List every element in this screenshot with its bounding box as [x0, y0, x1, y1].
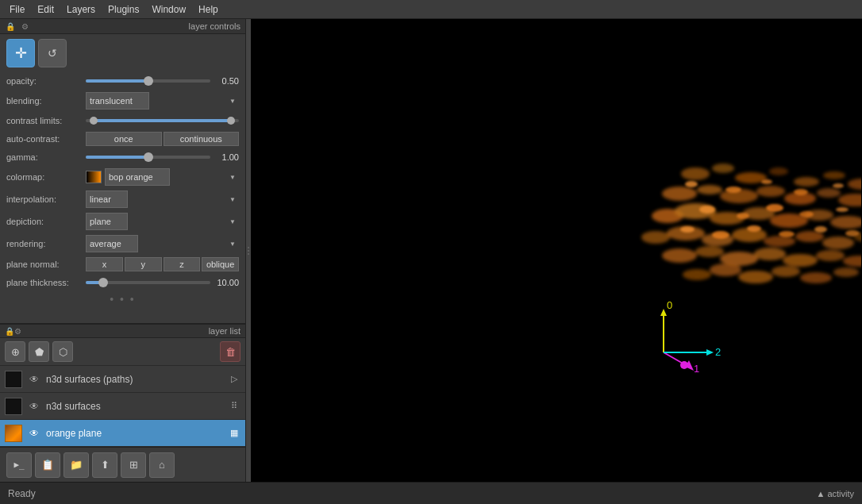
layer-list-title: layer list — [21, 326, 241, 336]
svg-point-56 — [737, 213, 749, 219]
gamma-value: 1.00 — [210, 152, 239, 162]
menu-plugins[interactable]: Plugins — [102, 2, 145, 17]
auto-contrast-once-button[interactable]: once — [86, 132, 162, 146]
svg-point-3 — [769, 167, 788, 175]
points-icon: ⊕ — [11, 346, 20, 358]
svg-point-45 — [738, 271, 773, 283]
colormap-select[interactable]: bop orange — [105, 168, 170, 186]
opacity-slider[interactable] — [86, 75, 210, 87]
svg-point-57 — [766, 204, 783, 212]
canvas-area[interactable]: 0 1 2 — [251, 19, 862, 482]
plane-thickness-slider[interactable] — [86, 277, 210, 288]
move-icon: ✛ — [15, 44, 27, 62]
grid-button[interactable]: ⊞ — [121, 452, 146, 478]
activity-button[interactable]: ▲ activity — [816, 489, 854, 498]
menubar: File Edit Layers Plugins Window Help — [0, 0, 862, 19]
blending-row: blending: translucent — [0, 90, 245, 112]
layer-list-lock-icon[interactable]: 🔒 — [5, 327, 14, 336]
home-button[interactable]: ⌂ — [149, 452, 175, 478]
menu-window[interactable]: Window — [145, 2, 192, 17]
menu-help[interactable]: Help — [192, 2, 225, 17]
svg-point-64 — [779, 231, 795, 237]
gamma-slider[interactable] — [86, 152, 210, 163]
plane-normal-buttons: x y z oblique — [86, 257, 239, 271]
plane-thickness-row: plane thickness: 10.00 — [0, 274, 245, 291]
terminal-button[interactable]: ▶_ — [6, 452, 32, 478]
blending-select-wrapper: translucent — [86, 92, 239, 110]
script-button[interactable]: 📋 — [35, 452, 60, 478]
home-icon: ⌂ — [159, 459, 165, 471]
add-shapes-button[interactable]: ⬟ — [29, 341, 49, 362]
svg-point-55 — [699, 206, 715, 214]
layer-eye-surfaces[interactable]: 👁 — [27, 399, 41, 414]
layer-item-orange-plane[interactable]: 👁 orange plane ▦ — [0, 420, 245, 447]
plane-normal-z-button[interactable]: z — [164, 257, 201, 271]
svg-point-51 — [725, 187, 741, 193]
layer-list-settings-icon[interactable]: ⚙ — [14, 327, 21, 336]
plane-thickness-label: plane thickness: — [6, 278, 86, 287]
gamma-row: gamma: 1.00 — [0, 148, 245, 166]
layer-eye-orange-plane[interactable]: 👁 — [27, 426, 41, 441]
blending-select[interactable]: translucent — [86, 92, 149, 110]
upload-button[interactable]: ⬆ — [92, 452, 117, 478]
svg-point-59 — [836, 207, 849, 212]
layer-item-paths[interactable]: 👁 n3d surfaces (paths) ▷ — [0, 366, 245, 393]
layer-thumb-orange-plane — [5, 425, 22, 442]
svg-point-11 — [756, 186, 785, 197]
svg-point-23 — [830, 216, 861, 229]
menu-layers[interactable]: Layers — [60, 2, 102, 17]
activity-arrow-icon: ▲ — [816, 489, 825, 498]
labels-icon: ⬡ — [59, 346, 67, 358]
add-labels-button[interactable]: ⬡ — [52, 341, 73, 362]
rendering-select[interactable]: average — [86, 235, 138, 252]
opacity-row: opacity: 0.50 — [0, 72, 245, 90]
layer-item-surfaces[interactable]: 👁 n3d surfaces ⠿ — [0, 393, 245, 420]
svg-point-35 — [662, 248, 697, 263]
rendering-row: rendering: average — [0, 233, 245, 255]
svg-point-4 — [794, 177, 819, 187]
svg-point-36 — [695, 246, 724, 257]
transform-tool-button[interactable]: ↺ — [38, 39, 67, 67]
interpolation-select[interactable]: linear — [86, 190, 128, 208]
auto-contrast-row: auto-contrast: once continuous — [0, 129, 245, 148]
colormap-row: colormap: bop orange — [0, 166, 245, 188]
opacity-value: 0.50 — [210, 76, 239, 86]
menu-file[interactable]: File — [3, 2, 31, 17]
svg-point-38 — [754, 248, 786, 260]
layer-controls-header: 🔒 ⚙ layer controls — [0, 19, 245, 34]
layer-list-section: 🔒 ⚙ layer list ⊕ ⬟ ⬡ 🗑 — [0, 323, 245, 447]
delete-layer-button[interactable]: 🗑 — [220, 341, 241, 362]
settings-icon[interactable]: ⚙ — [19, 21, 30, 32]
add-points-button[interactable]: ⊕ — [5, 341, 25, 362]
svg-point-46 — [772, 266, 800, 277]
tool-row: ✛ ↺ — [0, 34, 245, 72]
svg-point-41 — [843, 256, 861, 267]
depiction-row: depiction: plane — [0, 210, 245, 233]
opacity-label: opacity: — [6, 76, 86, 86]
svg-text:0: 0 — [667, 299, 672, 311]
svg-point-62 — [712, 231, 729, 239]
svg-point-1 — [712, 164, 734, 173]
auto-contrast-continuous-button[interactable]: continuous — [164, 132, 240, 146]
layer-eye-paths[interactable]: 👁 — [27, 372, 41, 387]
contrast-slider[interactable] — [86, 115, 239, 126]
layer-tools-row: ⊕ ⬟ ⬡ 🗑 — [0, 338, 245, 366]
layer-name-surfaces: n3d surfaces — [46, 401, 228, 412]
svg-point-50 — [685, 181, 698, 187]
status-ready-text: Ready — [8, 488, 36, 499]
main-layout: 🔒 ⚙ layer controls ✛ ↺ opacity: — [0, 19, 862, 482]
move-tool-button[interactable]: ✛ — [6, 39, 35, 67]
gamma-label: gamma: — [6, 152, 86, 162]
plane-normal-y-button[interactable]: y — [125, 257, 162, 271]
layer-controls-title: layer controls — [33, 21, 241, 31]
svg-point-6 — [848, 179, 861, 190]
plane-normal-x-button[interactable]: x — [86, 257, 123, 271]
lock-icon[interactable]: 🔒 — [5, 21, 16, 32]
svg-point-53 — [794, 189, 808, 195]
menu-edit[interactable]: Edit — [31, 2, 60, 17]
folder-button[interactable]: 📁 — [63, 452, 89, 478]
depiction-select[interactable]: plane — [86, 213, 128, 230]
layer-controls-section: 🔒 ⚙ layer controls ✛ ↺ opacity: — [0, 19, 245, 323]
plane-normal-oblique-button[interactable]: oblique — [202, 257, 239, 271]
svg-text:2: 2 — [715, 346, 721, 358]
